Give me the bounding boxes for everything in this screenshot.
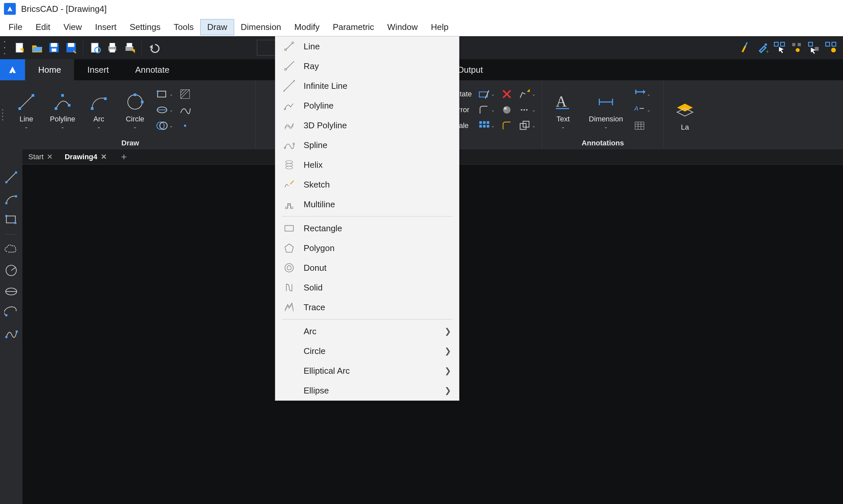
print-button[interactable] bbox=[104, 40, 120, 56]
tool-array[interactable]: ⌄ bbox=[478, 119, 495, 132]
tool-hatch-small[interactable] bbox=[179, 87, 191, 101]
select-all-button[interactable] bbox=[772, 40, 788, 56]
vtool-ellipse-arc[interactable] bbox=[3, 304, 19, 321]
menu-help[interactable]: Help bbox=[425, 19, 455, 35]
tool-trim[interactable]: ⌄ bbox=[478, 87, 495, 101]
menu-item-ray[interactable]: Ray bbox=[275, 56, 459, 76]
tool-polyline[interactable]: Polyline ⌄ bbox=[46, 90, 79, 129]
doctab-start[interactable]: Start ✕ bbox=[22, 149, 58, 164]
panel-draw: Line ⌄ Polyline ⌄ Arc ⌄ Circle ⌄ ⌄ ⌄ bbox=[5, 80, 256, 149]
tool-circle[interactable]: Circle ⌄ bbox=[119, 90, 152, 129]
menu-parametric[interactable]: Parametric bbox=[326, 19, 381, 35]
menu-item-donut[interactable]: Donut bbox=[275, 258, 459, 278]
tool-rectangle-small[interactable]: ⌄ bbox=[156, 87, 173, 101]
vtool-arc[interactable] bbox=[3, 190, 19, 206]
tool-region-small[interactable]: ⌄ bbox=[156, 119, 173, 132]
tool-arc[interactable]: Arc ⌄ bbox=[82, 90, 115, 129]
save-button[interactable] bbox=[46, 40, 62, 56]
vtool-line[interactable] bbox=[3, 169, 19, 185]
vtool-circle[interactable] bbox=[3, 262, 19, 278]
undo-button[interactable] bbox=[145, 40, 161, 56]
open-button[interactable] bbox=[29, 40, 45, 56]
new-button[interactable] bbox=[12, 40, 28, 56]
select-layer-button[interactable] bbox=[823, 40, 839, 56]
menu-item-polyline[interactable]: Polyline bbox=[275, 96, 459, 115]
tool-lengthen[interactable]: ⌄ bbox=[519, 103, 536, 117]
tool-fillet[interactable]: ⌄ bbox=[478, 103, 495, 117]
print-preview-button[interactable] bbox=[87, 40, 103, 56]
ribbon-tab-annotate[interactable]: Annotate bbox=[122, 59, 183, 80]
menu-draw[interactable]: Draw bbox=[200, 19, 234, 35]
close-icon[interactable]: ✕ bbox=[47, 152, 53, 161]
menu-modify[interactable]: Modify bbox=[288, 19, 326, 35]
svg-marker-74 bbox=[527, 89, 530, 92]
svg-point-127 bbox=[286, 166, 292, 169]
menu-settings[interactable]: Settings bbox=[123, 19, 167, 35]
menu-item-arc-sub[interactable]: Arc❯ bbox=[275, 321, 459, 341]
ribbon-logo-tab[interactable] bbox=[0, 59, 25, 80]
menu-view[interactable]: View bbox=[57, 19, 89, 35]
menu-item-multiline[interactable]: Multiline bbox=[275, 194, 459, 214]
tool-offset[interactable] bbox=[501, 119, 513, 132]
menu-item-3d-polyline[interactable]: 3D Polyline bbox=[275, 115, 459, 135]
vtool-ellipse[interactable] bbox=[3, 283, 19, 300]
vtool-spline[interactable] bbox=[3, 325, 19, 342]
menu-item-polygon[interactable]: Polygon bbox=[275, 238, 459, 258]
close-icon[interactable]: ✕ bbox=[101, 152, 107, 161]
doctab-drawing4[interactable]: Drawing4 ✕ bbox=[58, 149, 112, 164]
menu-file[interactable]: File bbox=[2, 19, 29, 35]
svg-rect-24 bbox=[792, 43, 795, 47]
menu-item-line[interactable]: Line bbox=[275, 37, 459, 56]
menu-item-trace[interactable]: Trace bbox=[275, 298, 459, 317]
eyedropper-button[interactable]: + bbox=[755, 40, 771, 56]
tool-dimension[interactable]: Dimension ⌄ bbox=[583, 90, 629, 129]
menu-window[interactable]: Window bbox=[381, 19, 424, 35]
tool-line[interactable]: Line ⌄ bbox=[10, 90, 43, 129]
tool-text[interactable]: A Text ⌄ bbox=[547, 90, 580, 129]
tool-copy-nested[interactable]: ⌄ bbox=[519, 119, 536, 132]
tool-edit-pline[interactable]: ⌄ bbox=[519, 87, 536, 101]
menu-item-solid[interactable]: Solid bbox=[275, 278, 459, 298]
saveas-button[interactable] bbox=[63, 40, 79, 56]
chevron-down-icon: ⌄ bbox=[604, 124, 608, 129]
tool-point-small[interactable] bbox=[179, 119, 191, 132]
tool-spline-small[interactable] bbox=[179, 103, 191, 117]
menu-item-circle-sub[interactable]: Circle❯ bbox=[275, 341, 459, 361]
chevron-down-icon: ⌄ bbox=[133, 124, 137, 129]
vtool-revcloud[interactable] bbox=[3, 241, 19, 257]
menu-tools[interactable]: Tools bbox=[167, 19, 201, 35]
menu-item-infinite-line[interactable]: Infinite Line bbox=[275, 76, 459, 96]
tool-table[interactable] bbox=[634, 119, 651, 132]
tool-ellipse-small[interactable]: ⌄ bbox=[156, 103, 173, 117]
toolbar-grip[interactable] bbox=[4, 41, 8, 54]
menu-item-helix[interactable]: Helix bbox=[275, 155, 459, 175]
batch-print-button[interactable] bbox=[121, 40, 137, 56]
menu-edit[interactable]: Edit bbox=[29, 19, 57, 35]
tool-explode[interactable] bbox=[501, 103, 513, 117]
select-window-button[interactable] bbox=[806, 40, 822, 56]
menu-insert[interactable]: Insert bbox=[89, 19, 123, 35]
tool-erase[interactable] bbox=[501, 87, 513, 101]
vtool-rectangle[interactable] bbox=[3, 211, 19, 228]
menu-item-sketch[interactable]: Sketch bbox=[275, 175, 459, 194]
menu-dimension[interactable]: Dimension bbox=[234, 19, 288, 35]
svg-rect-7 bbox=[68, 43, 74, 47]
menu-item-ellipse-sub[interactable]: Ellipse❯ bbox=[275, 381, 459, 400]
svg-rect-63 bbox=[479, 121, 482, 124]
ribbon-tab-home[interactable]: Home bbox=[25, 59, 74, 80]
svg-text:A: A bbox=[634, 105, 638, 112]
menu-item-rectangle[interactable]: Rectangle bbox=[275, 218, 459, 238]
tool-mleader[interactable]: A⌄ bbox=[634, 103, 651, 117]
menu-item-elliptical-arc-sub[interactable]: Elliptical Arc❯ bbox=[275, 361, 459, 381]
tool-leader[interactable]: ⌄ bbox=[634, 87, 651, 101]
ribbon-tab-insert[interactable]: Insert bbox=[74, 59, 122, 80]
tool-layer[interactable]: La bbox=[669, 99, 701, 131]
doctab-add[interactable]: + bbox=[113, 149, 136, 164]
menu-item-spline[interactable]: Spline bbox=[275, 135, 459, 155]
select-similar-button[interactable] bbox=[789, 40, 805, 56]
svg-line-103 bbox=[11, 268, 16, 270]
left-toolbar bbox=[0, 149, 22, 504]
broom-button[interactable] bbox=[738, 40, 753, 56]
ribbon-grip[interactable] bbox=[0, 80, 5, 149]
svg-point-19 bbox=[764, 43, 767, 46]
